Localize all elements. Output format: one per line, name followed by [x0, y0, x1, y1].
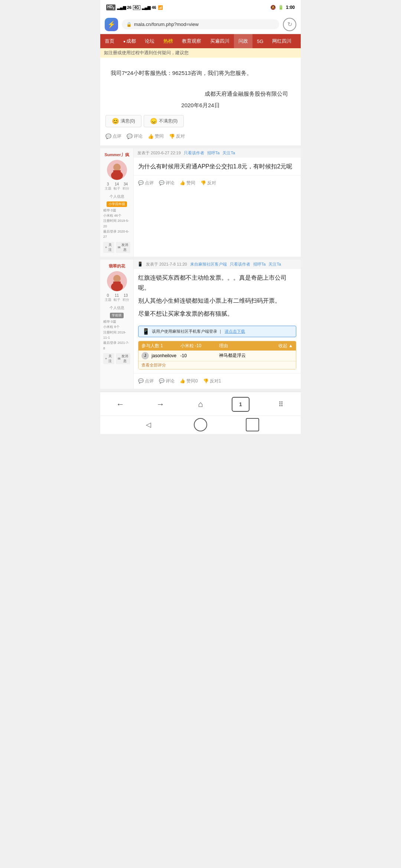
post-2-comment[interactable]: 💬 点评 — [138, 378, 154, 384]
unsatisfied-button[interactable]: 😞 不满意(0) — [144, 115, 184, 127]
tabs-button[interactable]: 1 — [232, 397, 250, 412]
reply-action[interactable]: 💬 评论 — [127, 133, 143, 139]
follow-icon: + — [105, 357, 107, 361]
nav-tab-wanghong[interactable]: 网红四川 — [268, 34, 296, 48]
svg-rect-3 — [113, 170, 121, 174]
svg-rect-7 — [113, 282, 121, 285]
clock: 1:00 — [286, 5, 295, 10]
satisfied-button[interactable]: 😊 满意(0) — [105, 115, 141, 127]
post-2-username[interactable]: 翡翠的花 — [109, 263, 125, 269]
post-2-actions: 💬 点评 💬 评论 👍 赞同0 👎 反对1 — [134, 373, 301, 389]
post-2-profile-link[interactable]: 个人信息 — [110, 305, 124, 310]
post-1-disagree[interactable]: 👎 反对 — [200, 180, 216, 186]
nav-tab-edu[interactable]: 教育观察 — [177, 34, 206, 48]
reward-count: 参与人数 1 — [141, 343, 177, 349]
satisfied-label: 满意(0) — [121, 118, 135, 124]
nav-tab-service[interactable]: 服务 — [296, 34, 301, 48]
recent-gesture-button[interactable] — [246, 418, 259, 431]
post-2-source: 来自麻辣社区客户端 — [190, 262, 227, 267]
post-2-source-icon: 📱 — [137, 262, 143, 267]
post-1-at[interactable]: 招呼Ta — [207, 150, 220, 156]
post-1-follow-link[interactable]: 关注Ta — [222, 150, 235, 156]
post-2-msg-button[interactable]: ✉发消息 — [116, 353, 130, 364]
post-1-follow-button[interactable]: +关注 — [103, 242, 114, 253]
forward-button[interactable]: → — [151, 397, 169, 412]
post-2-at[interactable]: 招呼Ta — [253, 262, 266, 267]
battery-icon: 🔋 — [278, 5, 284, 10]
refresh-button[interactable]: ↻ — [283, 18, 296, 31]
post-1-stats: 3 主题 14 帖子 34 积分 — [105, 182, 129, 191]
reward-avatar-1: J — [141, 352, 149, 359]
nav-tab-wenjian[interactable]: 问政 — [234, 34, 252, 48]
post-2-body: 红旗连锁买东西都不主动给发票。。。真是奇葩上市公司呢。 别人其他小生鲜连锁都知道… — [134, 269, 301, 323]
post-1-username[interactable]: Summer丿疯 — [104, 152, 129, 158]
wifi-icon: 📶 — [158, 5, 163, 10]
post-1-comment[interactable]: 💬 点评 — [138, 180, 154, 186]
msg-icon: ✉ — [118, 246, 121, 249]
reply-icon: 💬 — [159, 180, 164, 185]
frown-icon: 😞 — [150, 118, 157, 125]
status-left: HD2 ▂▄▆ 26 4G ▂▄▆ 46 📶 — [106, 4, 163, 10]
thumbdown-icon: 👎 — [203, 378, 209, 384]
disagree-action[interactable]: 👎 反对 — [169, 133, 185, 139]
browser-app-icon[interactable]: ⚡ — [105, 18, 118, 31]
reply-icon: 💬 — [127, 134, 133, 139]
post-2-follow-link[interactable]: 关注Ta — [268, 262, 281, 267]
content-area: 我司7*24小时客服热线：962513咨询，我们将为您服务。 成都天府通金融服务… — [100, 58, 301, 392]
home-button[interactable]: ⌂ — [192, 397, 209, 412]
reply-icon: 💬 — [159, 378, 164, 384]
post-1-profile-link[interactable]: 个人信息 — [110, 194, 124, 199]
post-1-sidebar: Summer丿疯 3 主题 14 帖子 34 — [100, 148, 134, 257]
url-text: mala.cn/forum.php?mod=view — [134, 22, 199, 27]
post-1-date: 发表于 2020-6-27 22:19 — [137, 150, 181, 156]
app-download-banner: 📱 该用户使用麻辣社区手机客户端登录 ｜ 请点击下载 — [138, 326, 296, 337]
post-1-viewmode[interactable]: 只看该作者 — [184, 150, 204, 156]
post-1-content: 发表于 2020-6-27 22:19 只看该作者 招呼Ta 关注Ta 为什么有… — [134, 148, 301, 257]
back-button[interactable]: ← — [111, 397, 129, 412]
bottom-nav: ← → ⌂ 1 ⠿ — [100, 392, 301, 415]
post-2-disagree[interactable]: 👎 反对1 — [203, 378, 221, 384]
nav-tab-forum[interactable]: 论坛 — [140, 34, 159, 48]
post-1-body: 为什么有时候用天府通APP坐公交扣1.8元，有时候扣2元呢 — [134, 158, 301, 175]
post-2-reply[interactable]: 💬 评论 — [159, 378, 175, 384]
nav-tab-5g[interactable]: 5G — [252, 34, 268, 48]
app-download-link[interactable]: 请点击下载 — [225, 329, 245, 334]
reward-table-header: 参与人数 1 小米粒 -10 理由 收起 ▲ — [138, 341, 296, 351]
post-actions-row: 💬 点评 💬 评论 👍 赞同 👎 反对 — [105, 131, 296, 142]
post-1-reply[interactable]: 💬 评论 — [159, 180, 175, 186]
post-date: 2020年6月24日 — [105, 102, 296, 109]
post-2-stats: 0 主题 11 帖子 13 积分 — [105, 293, 129, 302]
reward-footer[interactable]: 查看全部评分 — [138, 361, 296, 369]
gesture-bar: ◁ — [100, 415, 301, 434]
notification-bar: 如注册或使用过程中遇到任何疑问，建议您 — [100, 48, 301, 58]
menu-button[interactable]: ⠿ — [272, 397, 290, 412]
url-bar[interactable]: 🔒 mala.cn/forum.php?mod=view — [122, 19, 279, 29]
satisfaction-row: 😊 满意(0) 😞 不满意(0) — [105, 115, 296, 127]
post-1: Summer丿疯 3 主题 14 帖子 34 — [100, 148, 301, 260]
nav-tab-hot[interactable]: 热榜 — [159, 34, 177, 48]
nav-tab-chengdu[interactable]: ●成都 — [119, 34, 140, 48]
post-1-msg-button[interactable]: ✉发消息 — [116, 242, 130, 253]
post-2-date: 发表于 2021-7-8 11:20 — [146, 262, 187, 267]
thumbup-icon: 👍 — [148, 134, 154, 139]
post-1-agree[interactable]: 👍 赞同 — [180, 180, 195, 186]
post-1-header: 发表于 2020-6-27 22:19 只看该作者 招呼Ta 关注Ta — [134, 148, 301, 158]
nav-tab-home[interactable]: 首页 — [100, 34, 119, 48]
home-gesture-button[interactable] — [194, 418, 207, 431]
agree-action[interactable]: 👍 赞同 — [148, 133, 164, 139]
nav-tab-buy[interactable]: 买遍四川 — [206, 34, 234, 48]
follow-icon: + — [105, 246, 107, 249]
post-1-avatar — [107, 160, 127, 180]
post-2-agree[interactable]: 👍 赞同0 — [180, 378, 198, 384]
comment-action[interactable]: 💬 点评 — [105, 133, 121, 139]
post-2-viewmode[interactable]: 只看该作者 — [230, 262, 250, 267]
post-2-content: 📱 发表于 2021-7-8 11:20 来自麻辣社区客户端 只看该作者 招呼T… — [134, 260, 301, 389]
back-gesture-button[interactable]: ◁ — [142, 418, 155, 431]
company-reply-post: 我司7*24小时客服热线：962513咨询，我们将为您服务。 成都天府通金融服务… — [100, 58, 301, 148]
post-2-follow-button[interactable]: +关注 — [103, 353, 114, 364]
status-bar: HD2 ▂▄▆ 26 4G ▂▄▆ 46 📶 🔕 🔋 1:00 — [100, 0, 301, 15]
reward-table: 参与人数 1 小米粒 -10 理由 收起 ▲ J jasonheilove -1… — [138, 341, 296, 369]
reward-collapse[interactable]: 收起 ▲ — [258, 343, 293, 349]
reward-row-1: J jasonheilove -10 神马都是浮云 — [138, 351, 296, 361]
comment-icon: 💬 — [138, 378, 144, 384]
